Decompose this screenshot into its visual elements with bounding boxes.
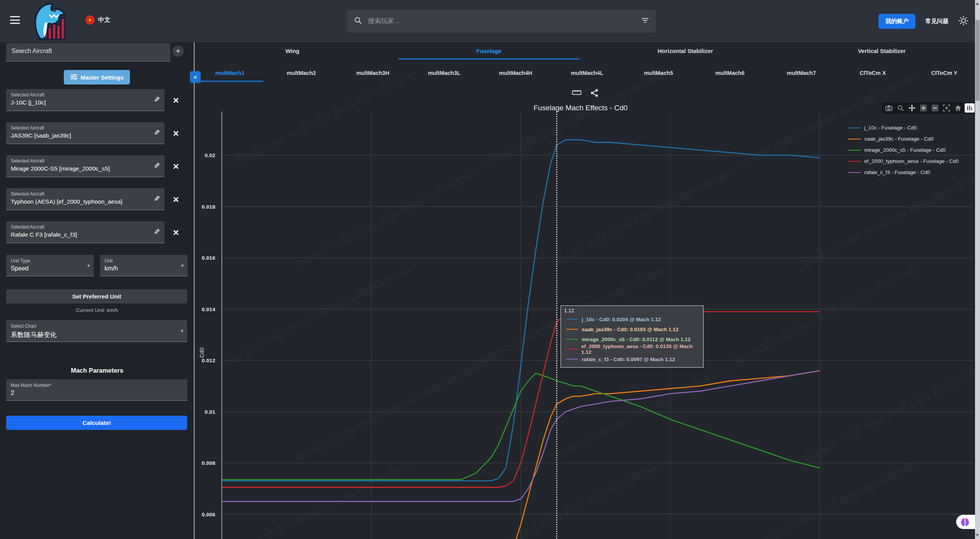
y-tick-label: 0.01 <box>192 409 215 415</box>
tab-wing[interactable]: Wing <box>194 42 391 60</box>
tooltip-text: rafale_c_f3 - Cd0: 0.0097 @ Mach 1.12 <box>582 357 675 362</box>
edit-pencil-icon[interactable]: ✎ <box>154 128 160 137</box>
remove-aircraft-icon[interactable]: × <box>173 194 179 204</box>
subtab-multmach3l[interactable]: multMach3L <box>408 63 480 83</box>
edit-pencil-icon[interactable]: ✎ <box>154 194 160 203</box>
y-tick-label: 0.006 <box>192 511 215 517</box>
search-aircraft-input[interactable]: Search Aircraft <box>6 43 170 61</box>
legend-item[interactable]: j_10c - Fuselage - Cd0 <box>848 122 958 133</box>
y-tick-label: 0.016 <box>192 255 215 261</box>
scroll-down-arrow[interactable] <box>976 534 979 537</box>
zoom-mode-icon[interactable] <box>895 103 905 113</box>
language-selector[interactable]: ★ 中文 <box>85 15 110 25</box>
my-account-button[interactable]: 我的账户 <box>879 14 915 29</box>
menu-icon[interactable] <box>10 16 20 24</box>
chart-title: Fuselage Mach Effects - Cd0 <box>388 104 773 112</box>
global-search[interactable] <box>347 10 656 33</box>
master-settings-button[interactable]: Master Settings <box>64 70 130 85</box>
tab-fuselage[interactable]: Fuselage <box>391 42 587 60</box>
zoom-in-icon[interactable] <box>918 103 928 113</box>
legend-item[interactable]: rafale_c_f3 - Fuselage - Cd0 <box>848 167 958 178</box>
faq-link[interactable]: 常见问题 <box>925 18 948 25</box>
set-preferred-unit-button[interactable]: Set Preferred Unit <box>6 289 187 303</box>
legend-label: j_10c - Fuselage - Cd0 <box>864 125 917 131</box>
max-mach-input[interactable]: Max Mach Number* 2 <box>6 379 187 401</box>
tooltip-text: saab_jas39c - Cd0: 0.0103 @ Mach 1.12 <box>582 327 679 332</box>
section-tabs: WingFuselageHorizontal StabilizerVertica… <box>194 42 980 60</box>
selected-aircraft-card[interactable]: Selected AircraftJAS39C [saab_jas39c]✎ <box>6 122 165 144</box>
subtab-cltocm-y[interactable]: ClToCm Y <box>908 63 980 83</box>
chevron-down-icon: ▾ <box>181 262 184 269</box>
tab-vertical-stabilizer[interactable]: Vertical Stabilizer <box>784 42 980 60</box>
selected-aircraft-card[interactable]: Selected AircraftMirage 2000C-S5 [mirage… <box>6 155 165 177</box>
legend-item[interactable]: saab_jas39c - Fuselage - Cd0 <box>848 133 958 144</box>
legend-label: mirage_2000c_s5 - Fuselage - Cd0 <box>864 147 946 153</box>
brain-icon <box>960 517 970 527</box>
selected-aircraft-row: Selected AircraftJ-10C [j_10c]✎× <box>6 89 184 111</box>
edit-pencil-icon[interactable]: ✎ <box>154 227 160 236</box>
filter-icon[interactable] <box>641 17 649 25</box>
download-png-icon[interactable] <box>884 103 894 113</box>
legend-line-swatch <box>848 150 861 151</box>
legend-line-swatch <box>848 139 861 139</box>
plotly-logo-icon[interactable] <box>965 103 975 113</box>
selected-aircraft-name: Typhoon (AESA) [ef_2000_typhoon_aesa] <box>11 198 160 205</box>
remove-aircraft-icon[interactable]: × <box>173 128 179 138</box>
subtab-multmach2[interactable]: multMach2 <box>266 63 337 83</box>
reset-axes-home-icon[interactable] <box>953 103 963 113</box>
tooltip-row: mirage_2000c_s5 - Cd0: 0.0112 @ Mach 1.1… <box>564 334 699 344</box>
search-icon <box>354 17 362 26</box>
y-tick-label: 0.02 <box>192 153 215 158</box>
unit-type-dropdown[interactable]: Unit Type Speed ▾ <box>6 255 94 276</box>
ruler-icon[interactable] <box>572 89 581 99</box>
sidebar-collapse-button[interactable]: < <box>190 71 201 83</box>
y-tick-label: 0.012 <box>192 358 215 363</box>
scroll-up-arrow[interactable] <box>976 2 979 5</box>
subtab-multmach4h[interactable]: multMach4H <box>480 63 551 83</box>
theme-toggle-sun-icon[interactable] <box>958 16 968 27</box>
tooltip-row: j_10c - Cd0: 0.0204 @ Mach 1.12 <box>564 314 699 324</box>
tab-horizontal-stabilizer[interactable]: Horizontal Stabilizer <box>587 42 784 60</box>
remove-aircraft-icon[interactable]: × <box>173 161 179 171</box>
sidebar: Search Aircraft + Master Settings Select… <box>0 42 194 539</box>
page-scrollbar[interactable] <box>975 0 980 539</box>
select-chart-dropdown[interactable]: Select Chart 系数随马赫变化 ▾ <box>6 320 187 342</box>
y-axis-title: Cd0 <box>199 348 205 358</box>
edit-pencil-icon[interactable]: ✎ <box>154 161 160 170</box>
add-aircraft-button[interactable]: + <box>172 45 184 57</box>
tooltip-line-swatch <box>566 359 578 360</box>
selected-aircraft-card[interactable]: Selected AircraftRafale C F3 [rafale_c_f… <box>6 221 165 243</box>
remove-aircraft-icon[interactable]: × <box>173 227 179 237</box>
legend-label: ef_2000_typhoon_aesa - Fuselage - Cd0 <box>864 158 958 164</box>
selected-aircraft-name: JAS39C [saab_jas39c] <box>11 132 160 139</box>
selected-aircraft-label: Selected Aircraft <box>11 158 160 164</box>
subtab-multmach1[interactable]: multMach1 <box>194 63 266 83</box>
legend-line-swatch <box>848 172 861 173</box>
pan-mode-icon[interactable] <box>907 103 917 113</box>
selected-aircraft-card[interactable]: Selected AircraftJ-10C [j_10c]✎ <box>6 89 165 111</box>
autoscale-icon[interactable] <box>942 103 952 113</box>
subtab-cltocm-x[interactable]: ClToCm X <box>837 63 908 83</box>
legend-label: saab_jas39c - Fuselage - Cd0 <box>864 136 933 142</box>
remove-aircraft-icon[interactable]: × <box>173 95 179 105</box>
search-input[interactable] <box>367 17 636 25</box>
zoom-out-icon[interactable] <box>930 103 940 113</box>
subtab-multmach6[interactable]: multMach6 <box>694 63 766 83</box>
calculate-button[interactable]: Calculate! <box>6 416 187 430</box>
subtab-multmach5[interactable]: multMach5 <box>623 63 694 83</box>
subtab-multmach7[interactable]: multMach7 <box>766 63 837 83</box>
scrollbar-thumb[interactable] <box>975 20 980 101</box>
subtab-multmach4l[interactable]: multMach4L <box>551 63 623 83</box>
legend-line-swatch <box>848 128 861 128</box>
unit-dropdown[interactable]: Unit km/h ▾ <box>100 255 188 276</box>
selected-aircraft-card[interactable]: Selected AircraftTyphoon (AESA) [ef_2000… <box>6 188 165 210</box>
share-icon[interactable] <box>591 89 598 99</box>
chevron-down-icon: ▾ <box>181 328 183 334</box>
tooltip-line-swatch <box>566 319 578 320</box>
tooltip-text: j_10c - Cd0: 0.0204 @ Mach 1.12 <box>582 317 661 322</box>
y-tick-label: 0.014 <box>192 306 215 312</box>
legend-item[interactable]: ef_2000_typhoon_aesa - Fuselage - Cd0 <box>848 156 958 167</box>
legend-item[interactable]: mirage_2000c_s5 - Fuselage - Cd0 <box>848 144 958 156</box>
edit-pencil-icon[interactable]: ✎ <box>154 95 160 104</box>
subtab-multmach3h[interactable]: multMach3H <box>337 63 409 83</box>
